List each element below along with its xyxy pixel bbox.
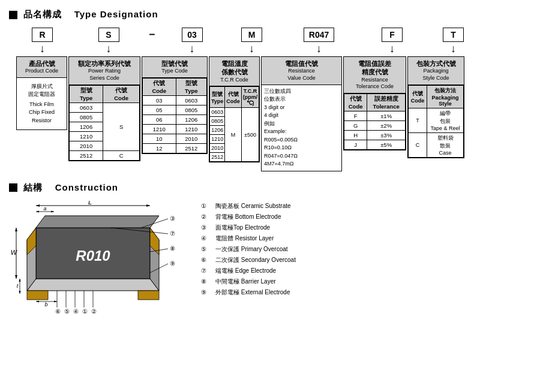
svg-text:R010: R010 (76, 248, 110, 264)
res-val-ex2: R10=0.10Ω (264, 144, 339, 152)
packaging-col2: 包裝方法PackagingStyle (427, 85, 464, 108)
table-row: T編帶包裝Tape & Reel (409, 108, 464, 132)
tolerance-header-zh: 電阻值誤差精度代號 (346, 59, 403, 77)
tcr-table: 型號Type 代號Code T.C.R(ppm/℃) 0603M±500 080… (209, 86, 259, 162)
code-f: F (382, 28, 403, 42)
table-row: H±3% (344, 130, 406, 140)
type-code-header-zh: 型號代號 (145, 59, 205, 68)
construction-legend: ① 陶瓷基板 Ceramic Substrate ② 背電極 Bottom El… (201, 201, 296, 316)
tolerance-col: 電阻值誤差精度代號 ResistanceTolerance Code 代號Cod… (343, 56, 406, 150)
legend-num-5: ⑤ (201, 244, 213, 255)
arrow-03: ↓ (190, 43, 195, 54)
table-row: 030603 (143, 95, 207, 105)
resistance-value-header-zh: 電阻值代號 (264, 59, 339, 68)
power-rating-table: 型號Type 代號Code 0603S 0805 1206 1210 2010 … (69, 85, 140, 161)
svg-marker-18 (138, 291, 159, 300)
product-code-header-zh: 產品代號 (19, 59, 64, 68)
code-r: R (32, 28, 53, 42)
legend-item-6: ⑥ 二次保護 Secondary Overcoat (201, 255, 296, 266)
section2-zh: 結構 (23, 182, 43, 192)
table-row: C塑料袋散裝Case (409, 132, 464, 157)
tolerance-col2: 誤差精度Tolerance (367, 94, 406, 111)
arrow-t: ↓ (451, 43, 456, 54)
tcr-col: 電阻溫度係數代號 T.C.R Code 型號Type 代號Code T.C.R(… (209, 56, 260, 162)
svg-text:①: ① (82, 308, 88, 315)
legend-text-5: 一次保護 Primary Overcoat (215, 244, 288, 255)
legend-item-3: ③ 面電極Top Electrode (201, 222, 296, 233)
svg-text:t: t (17, 283, 19, 289)
res-val-example-zh: 例如 (264, 120, 339, 128)
code-03: 03 (182, 28, 203, 42)
table-row: 0603M±500 (210, 108, 259, 117)
code-r047: R047 (304, 28, 334, 42)
tolerance-table: 代號Code 誤差精度Tolerance F±1% G±2% H±3% J±5% (344, 94, 406, 150)
product-code-body: 厚膜片式固定電阻器 Thick FilmChip FixedResistor (17, 78, 67, 130)
tcr-col1: 型號Type (210, 87, 225, 108)
arrow-m: ↓ (249, 43, 254, 54)
legend-num-2: ② (201, 212, 213, 222)
power-rating-col2-header: 代號Code (103, 85, 140, 102)
legend-text-4: 電阻體 Resistor Layer (215, 233, 274, 244)
tcr-header-zh: 電阻溫度係數代號 (212, 59, 257, 77)
svg-text:③: ③ (170, 215, 175, 222)
power-rating-header: 額定功率系列代號 Power RatingSeries Code (69, 57, 140, 85)
svg-marker-12 (27, 279, 159, 291)
svg-marker-14 (36, 216, 159, 228)
power-rating-col1-header: 型號Type (70, 85, 103, 102)
table-row: 122512 (143, 143, 207, 153)
legend-text-9: 外部電極 External Electrode (215, 287, 290, 298)
section2-title: 結構 Construction (9, 182, 531, 194)
res-val-sub-zh: 三位數或四位數表示 (264, 88, 339, 104)
tcr-body: 型號Type 代號Code T.C.R(ppm/℃) 0603M±500 080… (209, 86, 259, 162)
legend-text-7: 端電極 Edge Electrode (215, 266, 276, 276)
tcr-col2: 代號Code (225, 87, 242, 108)
tcr-header-en: T.C.R Code (212, 77, 257, 84)
svg-text:⑦: ⑦ (170, 230, 175, 237)
svg-marker-17 (27, 291, 48, 300)
table-row: 050805 (143, 105, 207, 114)
section2-en: Construction (55, 182, 118, 192)
legend-text-8: 中間電極 Barrier Layer (215, 276, 276, 287)
table-row: F±1% (344, 111, 406, 120)
resistance-value-header-en: ResistanceValue Code (264, 68, 339, 82)
chip-svg: L W a t b (9, 201, 189, 315)
tolerance-header: 電阻值誤差精度代號 ResistanceTolerance Code (344, 57, 406, 94)
legend-text-6: 二次保護 Secondary Overcoat (215, 255, 296, 266)
tcr-header: 電阻溫度係數代號 T.C.R Code (209, 57, 259, 86)
res-val-ex4: 4M7=4.7mΩ (264, 160, 339, 168)
type-code-body: 代號Code 型號Type 030603 050805 061206 12101… (142, 78, 207, 153)
legend-num-9: ⑨ (201, 287, 213, 298)
construction-content: L W a t b (9, 201, 531, 316)
page-container: 品名構成 Type Designation R ↓ S ↓ － 03 ↓ M ↓ (9, 6, 531, 319)
svg-text:⑨: ⑨ (170, 260, 175, 267)
legend-item-4: ④ 電阻體 Resistor Layer (201, 233, 296, 244)
legend-text-2: 背電極 Bottom Electrode (215, 212, 281, 222)
power-rating-header-zh: 額定功率系列代號 (71, 59, 137, 68)
svg-text:⑤: ⑤ (64, 308, 70, 315)
table-row: 0603S (70, 102, 140, 112)
product-code-header: 產品代號 Product Code (17, 57, 67, 78)
packaging-col: 包裝方式代號 PackagingStyle Code 代號Code 包裝方法Pa… (407, 56, 464, 158)
res-val-ex3: R047=0.047Ω (264, 152, 339, 161)
res-val-example-en: Example: (264, 128, 339, 136)
svg-text:④: ④ (73, 308, 79, 315)
arrow-s: ↓ (106, 43, 112, 54)
svg-text:W: W (11, 249, 18, 256)
packaging-body: 代號Code 包裝方法PackagingStyle T編帶包裝Tape & Re… (408, 85, 464, 158)
product-code-col: 產品代號 Product Code 厚膜片式固定電阻器 Thick FilmCh… (16, 56, 67, 130)
legend-num-1: ① (201, 201, 213, 212)
legend-item-9: ⑨ 外部電極 External Electrode (201, 287, 296, 298)
product-code-zh: 厚膜片式固定電阻器 (19, 83, 65, 99)
type-code-header-en: Type Code (145, 68, 205, 75)
svg-text:⑥: ⑥ (55, 308, 61, 315)
legend-item-2: ② 背電極 Bottom Electrode (201, 212, 296, 222)
type-code-col: 型號代號 Type Code 代號Code 型號Type 030603 0508… (142, 56, 208, 154)
packaging-header-en: PackagingStyle Code (410, 68, 461, 82)
packaging-table: 代號Code 包裝方法PackagingStyle T編帶包裝Tape & Re… (408, 85, 464, 158)
tolerance-header-en: ResistanceTolerance Code (346, 77, 403, 91)
packaging-header: 包裝方式代號 PackagingStyle Code (408, 57, 464, 85)
legend-num-3: ③ (201, 222, 213, 233)
section2-title-text: 結構 Construction (23, 182, 118, 194)
columns-row: 產品代號 Product Code 厚膜片式固定電阻器 Thick FilmCh… (9, 56, 531, 171)
table-row: 12101210 (143, 124, 207, 134)
